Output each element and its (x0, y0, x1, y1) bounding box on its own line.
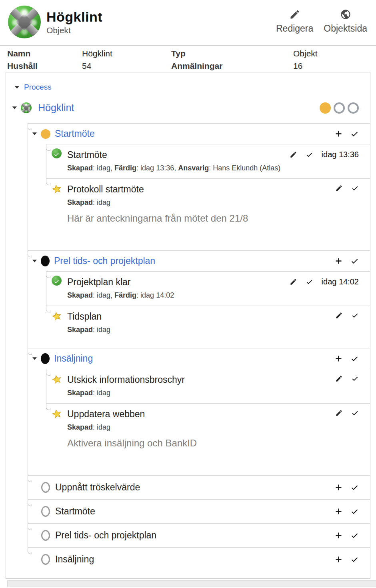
add-task-button[interactable] (334, 257, 343, 265)
status-circle-amber-icon (41, 129, 50, 139)
complete-section-button[interactable] (350, 257, 359, 265)
task-row-uppdatera-webben: Uppdatera webben Skapad: idag Aktivera i… (46, 403, 370, 475)
task-list: Projektplan klar idag 14:02 Skapad: idag… (46, 271, 370, 348)
complete-task-button[interactable] (351, 184, 359, 192)
caret-down-icon[interactable] (32, 357, 37, 360)
task-row-utskick: Utskick informationsbroschyr Skapad: ida… (46, 369, 370, 403)
pending-section-uppnatt-troskelvarde: Uppnått tröskelvärde (28, 475, 370, 499)
caret-down-icon[interactable] (12, 106, 17, 109)
process-toggle-row[interactable]: Process (6, 72, 370, 94)
task-meta: Skapad: idag (67, 422, 330, 432)
app-header: Högklint Objekt Redigera Objektsida (0, 0, 376, 45)
complete-section-button[interactable] (350, 531, 359, 540)
status-dot-outline-icon (334, 102, 345, 114)
edit-task-button[interactable] (290, 278, 297, 286)
add-task-button[interactable] (334, 531, 343, 540)
info-label-namn: Namn (7, 49, 82, 58)
tree-root-row: Högklint (6, 94, 370, 123)
globe-icon (340, 9, 351, 20)
complete-section-button[interactable] (350, 555, 359, 564)
complete-section-button[interactable] (350, 354, 359, 363)
complete-task-button[interactable] (306, 278, 313, 286)
add-task-button[interactable] (334, 130, 343, 138)
process-panel: Process Högklint Startmöte (6, 72, 370, 579)
task-title: Startmöte (67, 148, 284, 161)
task-title: Projektplan klar (67, 276, 284, 288)
header-titles: Högklint Objekt (46, 9, 102, 35)
complete-section-button[interactable] (350, 130, 359, 138)
object-page-button[interactable]: Objektsida (324, 9, 367, 34)
task-done-icon (52, 148, 62, 158)
task-title: Protokoll startmöte (67, 183, 330, 196)
section-header: Startmöte (28, 124, 370, 144)
root-status-dots (320, 102, 359, 114)
section-title[interactable]: Prel tids- och projektplan (54, 256, 334, 266)
caret-down-icon[interactable] (15, 86, 19, 89)
task-row-protokoll: Protokoll startmöte Skapad: idag Här är … (46, 178, 370, 250)
status-circle-open-icon (41, 554, 50, 565)
task-star-icon (52, 373, 62, 385)
section-title[interactable]: Insäljning (54, 353, 334, 364)
add-task-button[interactable] (334, 354, 343, 363)
complete-task-button[interactable] (351, 375, 359, 382)
task-meta: Skapad: idag (67, 325, 330, 334)
tree-root-title[interactable]: Högklint (38, 102, 316, 114)
object-page-button-label: Objektsida (324, 23, 367, 34)
caret-down-icon[interactable] (32, 260, 37, 262)
pending-section-title: Insäljning (55, 554, 334, 565)
info-value-hushall: 54 (82, 61, 171, 71)
info-value-typ: Objekt (293, 49, 376, 58)
section-title[interactable]: Startmöte (55, 128, 334, 139)
caret-down-icon[interactable] (32, 132, 37, 135)
task-star-icon (52, 408, 62, 419)
complete-task-button[interactable] (351, 409, 359, 417)
status-circle-black-icon (41, 256, 50, 266)
task-list: Startmöte idag 13:36 Skapad: idag, Färdi… (46, 144, 370, 250)
edit-button[interactable]: Redigera (276, 9, 313, 34)
page-subtitle: Objekt (46, 26, 102, 35)
complete-task-button[interactable] (306, 151, 313, 158)
add-task-button[interactable] (334, 507, 343, 516)
pending-section-title: Prel tids- och projektplan (55, 530, 334, 541)
task-row-startmote: Startmöte idag 13:36 Skapad: idag, Färdi… (46, 144, 370, 178)
task-row-projektplan-klar: Projektplan klar idag 14:02 Skapad: idag… (46, 271, 370, 306)
pending-section-startmote: Startmöte (28, 499, 370, 523)
task-description: Här är anteckningarna från mötet den 21/… (67, 212, 330, 225)
task-list: Utskick informationsbroschyr Skapad: ida… (46, 369, 370, 475)
status-circle-open-icon (41, 506, 50, 517)
process-tree: Startmöte Startmöte idag 13:36 (28, 123, 370, 571)
complete-task-button[interactable] (351, 312, 359, 319)
header-identity: Högklint Objekt (8, 6, 102, 38)
info-label-typ: Typ (171, 49, 293, 58)
task-description: Aktivera insäljning och BankID (67, 437, 330, 450)
footer-strip (7, 580, 376, 587)
edit-task-button[interactable] (335, 184, 343, 192)
pending-section-insaljning: Insäljning (28, 547, 370, 571)
process-label: Process (24, 83, 52, 92)
pending-section-title: Startmöte (55, 506, 334, 517)
task-meta: Skapad: idag, Färdig: idag 13:36, Ansvar… (67, 163, 284, 173)
status-circle-black-icon (41, 353, 50, 364)
edit-task-button[interactable] (335, 375, 343, 382)
task-meta: Skapad: idag, Färdig: idag 14:02 (67, 290, 284, 300)
complete-section-button[interactable] (350, 507, 359, 516)
edit-task-button[interactable] (335, 312, 343, 319)
add-task-button[interactable] (334, 483, 343, 492)
info-value-anmalningar: 16 (293, 61, 376, 71)
section-prel-tidsplan: Prel tids- och projektplan Projektplan k… (28, 250, 370, 348)
add-task-button[interactable] (334, 555, 343, 564)
object-logo (8, 6, 41, 38)
info-value-namn: Högklint (82, 49, 171, 58)
status-dot-filled-icon (320, 102, 331, 114)
section-header: Insäljning (28, 348, 370, 369)
task-meta: Skapad: idag (67, 388, 330, 398)
task-done-icon (52, 276, 62, 286)
section-insaljning: Insäljning Utskick informationsbroschyr (28, 348, 370, 475)
edit-task-button[interactable] (290, 151, 297, 158)
edit-task-button[interactable] (335, 409, 343, 417)
pending-section-title: Uppnått tröskelvärde (55, 482, 334, 493)
edit-button-label: Redigera (276, 23, 313, 34)
complete-section-button[interactable] (350, 483, 359, 492)
page-title: Högklint (46, 10, 102, 24)
status-circle-open-icon (41, 530, 50, 541)
